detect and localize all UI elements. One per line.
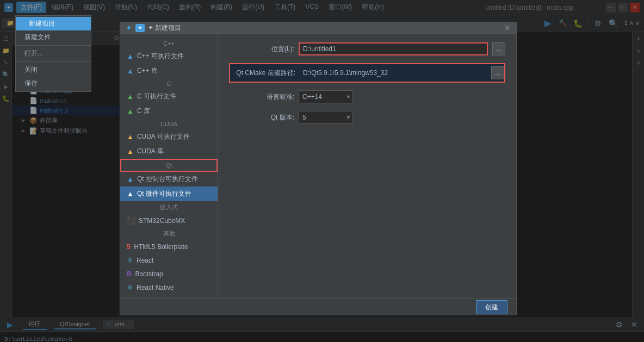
dialog-right-panel: 位置(L): ... Qt CMake 前缀路径: ... 语言标准: C++1… [218,34,516,299]
dialog-title-icon: ✦ [126,23,132,32]
html5-icon: 5 [127,242,131,251]
c-lib-icon: ▲ [127,107,134,115]
qt-version-label: Qt 版本: [229,113,294,122]
qt-version-select-wrapper: 5 6 ▼ [299,111,353,124]
cpp-lib-label: C++ 库 [137,66,158,76]
qt-console-icon: ▲ [127,175,134,183]
section-qt: Qt [120,159,218,172]
location-input[interactable] [299,42,488,55]
dialog-overlay: 新建项目 新建文件 打开... 关闭 保存 ✦ ✦ ✦ 新建项目 ✕ C++ ▲ [0,0,644,342]
menu-c-executable[interactable]: ▲ C 可执行文件 [120,89,218,104]
dropdown-new-project-label: 新建项目 [29,19,55,28]
menu-react-native[interactable]: ⚛ React Native [120,281,218,294]
qt-version-row: Qt 版本: 5 6 ▼ [229,111,505,124]
cuda-exec-label: CUDA 可执行文件 [137,132,190,141]
menu-qt-console[interactable]: ▲ Qt 控制台可执行文件 [120,172,218,186]
section-embedded: 嵌入式 [120,201,218,214]
section-other: 其他 [120,227,218,240]
menu-cuda-executable[interactable]: ▲ CUDA 可执行文件 [120,129,218,144]
react-label: React [137,257,153,264]
menu-react[interactable]: ⚛ React [120,253,218,267]
react-native-label: React Native [137,284,174,291]
dropdown-item-new-project[interactable]: 新建项目 [16,17,91,30]
menu-cpp-lib[interactable]: ▲ C++ 库 [120,64,218,78]
bootstrap-icon: B [127,270,132,278]
qt-console-label: Qt 控制台可执行文件 [137,175,198,184]
cuda-exec-icon: ▲ [127,133,134,141]
menu-qt-widget[interactable]: ▲ Qt 微件可执行文件 [120,186,218,201]
location-row: 位置(L): ... [229,42,505,55]
dialog-close-button[interactable]: ✕ [504,23,511,32]
create-button[interactable]: 创建 [476,300,507,314]
menu-bootstrap[interactable]: B Bootstrap [120,267,218,281]
dropdown-item-save[interactable]: 保存 [16,77,91,90]
file-menu-dropdown: 新建项目 新建文件 打开... 关闭 保存 [15,15,91,92]
section-cuda: CUDA [120,119,218,129]
dropdown-sep1 [16,45,91,46]
section-c: C [120,78,218,89]
qt-version-select[interactable]: 5 6 [299,111,353,124]
dialog-body: C++ ▲ C++ 可执行文件 ▲ C++ 库 C ▲ C 可执行文件 ▲ C [120,34,516,299]
cpp-exec-label: C++ 可执行文件 [137,52,184,61]
qt-widget-label: Qt 微件可执行文件 [137,189,191,198]
cuda-lib-icon: ▲ [127,147,134,156]
dialog-icon-badge: ✦ [135,24,145,32]
menu-stm32[interactable]: ⬛ STM32CubeMX [120,214,218,227]
cmake-input[interactable] [300,66,487,79]
menu-cpp-executable[interactable]: ▲ C++ 可执行文件 [120,49,218,64]
cmake-path-row: Qt CMake 前缀路径: ... [229,63,505,83]
react-icon: ⚛ [127,256,133,264]
dropdown-item-new-file[interactable]: 新建文件 [16,30,91,44]
lang-row: 语言标准: C++14 C++11 C++17 ▼ [229,90,505,103]
new-project-dialog: ✦ ✦ ✦ 新建项目 ✕ C++ ▲ C++ 可执行文件 ▲ C++ 库 [120,22,517,315]
cpp-lib-icon: ▲ [127,67,134,75]
location-browse-button[interactable]: ... [492,42,505,55]
stm32-label: STM32CubeMX [139,217,185,225]
menu-c-lib[interactable]: ▲ C 库 [120,104,218,119]
location-label: 位置(L): [229,45,294,54]
dropdown-item-open[interactable]: 打开... [16,47,91,60]
stm32-icon: ⬛ [127,216,135,225]
html5-label: HTML5 Boilerplate [134,243,188,251]
c-exec-label: C 可执行文件 [137,92,176,101]
dialog-title-label: ✦ 新建项目 [148,23,181,33]
lang-label: 语言标准: [229,92,294,102]
cmake-label: Qt CMake 前缀路径: [230,69,295,78]
lang-select[interactable]: C++14 C++11 C++17 [299,90,353,103]
cmake-browse-button[interactable]: ... [491,66,504,79]
section-cpp: C++ [120,38,218,49]
dropdown-sep2 [16,61,91,62]
cuda-lib-label: CUDA 库 [137,147,164,156]
bootstrap-label: Bootstrap [135,270,163,278]
dialog-title-text: ✦ ✦ 新建项目 [135,23,501,33]
c-exec-icon: ▲ [127,92,134,101]
dialog-left-panel: C++ ▲ C++ 可执行文件 ▲ C++ 库 C ▲ C 可执行文件 ▲ C [120,34,218,299]
dialog-title-bar: ✦ ✦ ✦ 新建项目 ✕ [120,22,516,34]
dropdown-item-close[interactable]: 关闭 [16,63,91,77]
menu-cuda-lib[interactable]: ▲ CUDA 库 [120,144,218,159]
c-lib-label: C 库 [137,107,150,116]
menu-html5[interactable]: 5 HTML5 Boilerplate [120,240,218,253]
qt-widget-icon: ▲ [127,190,134,198]
cpp-exec-icon: ▲ [127,52,134,60]
react-native-icon: ⚛ [127,283,133,291]
lang-select-wrapper: C++14 C++11 C++17 ▼ [299,90,353,103]
dialog-footer: 创建 [120,299,516,315]
